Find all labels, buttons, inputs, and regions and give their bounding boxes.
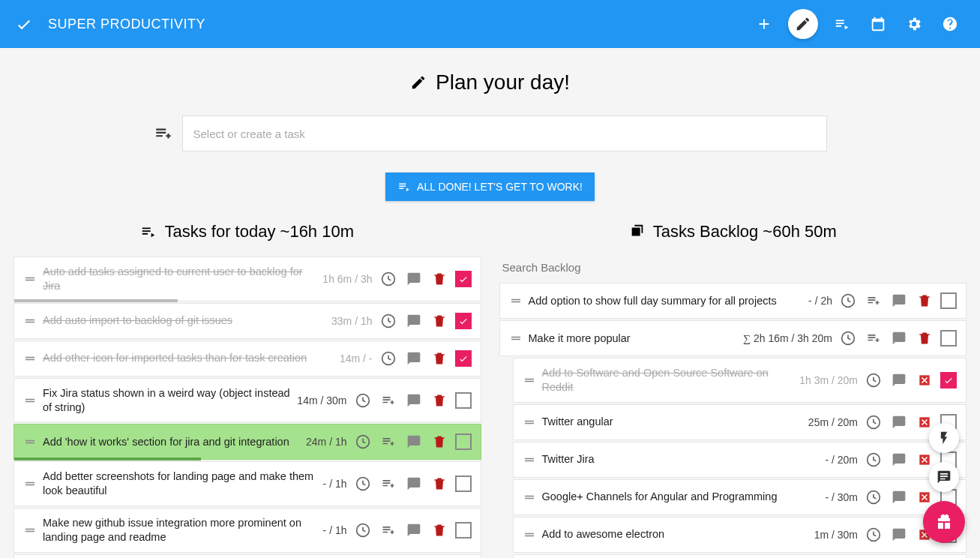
- add-subtask-icon[interactable]: [864, 328, 883, 348]
- comment-icon[interactable]: [404, 269, 424, 289]
- clock-icon[interactable]: [838, 328, 858, 348]
- add-subtask-icon[interactable]: [379, 474, 398, 494]
- clock-icon[interactable]: [353, 474, 373, 494]
- clock-icon[interactable]: [864, 412, 883, 432]
- add-subtask-icon[interactable]: [864, 291, 883, 310]
- delete-icon[interactable]: [430, 349, 449, 368]
- task-row[interactable]: Make it more popular ∑2h 16m / 3h 20m: [499, 320, 967, 356]
- clock-icon[interactable]: [353, 391, 373, 410]
- delete-icon[interactable]: [430, 391, 449, 410]
- all-done-button[interactable]: ALL DONE! LET'S GET TO WORK!: [385, 172, 595, 201]
- task-row[interactable]: Add auto import to backlog of git issues…: [13, 303, 481, 339]
- done-checkbox[interactable]: [455, 392, 472, 409]
- gift-fab[interactable]: [923, 501, 965, 543]
- delete-icon[interactable]: [915, 291, 934, 310]
- task-row[interactable]: Twitter angular 25m / 20m: [513, 404, 967, 440]
- task-title: Make new github issue integration more p…: [43, 516, 317, 544]
- drag-handle-icon[interactable]: [509, 294, 523, 308]
- clock-icon[interactable]: [379, 349, 398, 368]
- app-header: SUPER PRODUCTIVITY: [0, 0, 980, 48]
- task-row[interactable]: Add 'how it works' section for jira and …: [13, 424, 481, 460]
- comment-icon[interactable]: [404, 432, 424, 452]
- clock-icon[interactable]: [864, 488, 883, 507]
- done-checkbox[interactable]: [940, 292, 957, 309]
- clock-icon[interactable]: [379, 311, 398, 331]
- done-checkbox[interactable]: [455, 313, 472, 329]
- drag-handle-icon[interactable]: [23, 435, 37, 448]
- add-subtask-icon[interactable]: [379, 520, 398, 540]
- plan-mode-button[interactable]: [788, 9, 818, 39]
- drag-handle-icon[interactable]: [23, 272, 37, 286]
- add-subtask-icon[interactable]: [379, 432, 398, 452]
- task-row[interactable]: Contact OMG Ubuntu 45m / 1h: [513, 554, 967, 558]
- comment-icon[interactable]: [404, 349, 424, 368]
- task-row[interactable]: Twitter Jira - / 20m: [513, 442, 967, 478]
- search-backlog-input[interactable]: [499, 256, 967, 283]
- task-row[interactable]: Add better screenshots for landing page …: [13, 461, 481, 506]
- comment-icon[interactable]: [404, 520, 424, 540]
- comment-icon[interactable]: [889, 328, 909, 348]
- comment-icon[interactable]: [404, 311, 424, 331]
- settings-button[interactable]: [896, 6, 932, 42]
- delete-icon[interactable]: [430, 269, 449, 289]
- pomodoro-fab[interactable]: [929, 423, 959, 453]
- clock-icon[interactable]: [864, 525, 883, 544]
- task-row[interactable]: Add option to show full day summary for …: [499, 283, 967, 319]
- drag-handle-icon[interactable]: [523, 416, 536, 429]
- help-button[interactable]: [932, 6, 968, 42]
- task-row[interactable]: Auto add tasks assigned to current user …: [13, 256, 481, 302]
- comment-icon[interactable]: [889, 488, 909, 507]
- drag-handle-icon[interactable]: [23, 524, 37, 537]
- drag-handle-icon[interactable]: [23, 352, 37, 365]
- comment-icon[interactable]: [889, 525, 909, 544]
- done-checkbox[interactable]: [455, 350, 472, 367]
- delete-icon[interactable]: [430, 520, 449, 540]
- task-row[interactable]: Beautify landing page 1h 10m / 2h: [13, 554, 481, 558]
- work-mode-button[interactable]: [824, 6, 860, 42]
- drag-handle-icon[interactable]: [509, 332, 523, 345]
- comment-icon[interactable]: [889, 370, 909, 390]
- add-button[interactable]: [746, 6, 782, 42]
- delete-icon[interactable]: [430, 432, 449, 452]
- drag-handle-icon[interactable]: [23, 477, 37, 490]
- drag-handle-icon[interactable]: [23, 314, 37, 328]
- task-row[interactable]: Fix Jira status shown in a weird way (ob…: [13, 378, 481, 423]
- task-row[interactable]: Make new github issue integration more p…: [13, 508, 481, 553]
- done-checkbox[interactable]: [455, 271, 472, 287]
- done-checkbox[interactable]: [455, 476, 472, 492]
- clock-icon[interactable]: [379, 269, 398, 289]
- drag-handle-icon[interactable]: [523, 490, 536, 504]
- done-checkbox[interactable]: [455, 434, 472, 450]
- done-checkbox[interactable]: [455, 522, 472, 538]
- delete-icon[interactable]: [915, 370, 934, 390]
- task-time: 14m / 30m: [297, 394, 346, 406]
- delete-icon[interactable]: [915, 328, 934, 348]
- comment-icon[interactable]: [889, 291, 909, 310]
- clock-icon[interactable]: [838, 291, 858, 310]
- clock-icon[interactable]: [864, 370, 883, 390]
- comment-icon[interactable]: [404, 391, 424, 410]
- clock-icon[interactable]: [353, 432, 373, 452]
- delete-icon[interactable]: [430, 311, 449, 331]
- drag-handle-icon[interactable]: [523, 374, 536, 387]
- drag-handle-icon[interactable]: [23, 394, 37, 407]
- task-row[interactable]: Add to awesome electron 1m / 30m: [513, 517, 967, 553]
- notes-fab[interactable]: [929, 462, 959, 492]
- task-time: 1h 6m / 3h: [322, 273, 372, 285]
- comment-icon[interactable]: [889, 412, 909, 432]
- comment-icon[interactable]: [404, 474, 424, 494]
- clock-icon[interactable]: [864, 450, 883, 470]
- task-row[interactable]: Google+ Channels for Angular and Program…: [513, 479, 967, 515]
- task-row[interactable]: Add to Software and Open Source Software…: [513, 358, 967, 403]
- done-checkbox[interactable]: [940, 372, 957, 388]
- delete-icon[interactable]: [430, 474, 449, 494]
- comment-icon[interactable]: [889, 450, 909, 470]
- drag-handle-icon[interactable]: [523, 453, 536, 466]
- task-input[interactable]: [182, 116, 827, 152]
- done-checkbox[interactable]: [940, 330, 957, 346]
- calendar-button[interactable]: [860, 6, 896, 42]
- add-subtask-icon[interactable]: [379, 391, 398, 410]
- clock-icon[interactable]: [353, 520, 373, 540]
- task-row[interactable]: Add other icon for imported tasks than f…: [13, 340, 481, 376]
- drag-handle-icon[interactable]: [523, 528, 536, 542]
